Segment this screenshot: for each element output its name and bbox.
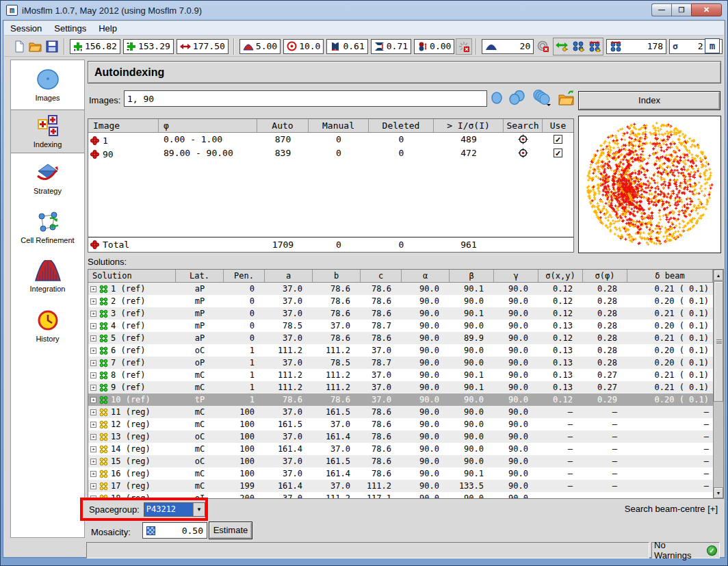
lattice-reg-icon	[99, 433, 108, 441]
menu-help[interactable]: Help	[92, 23, 123, 34]
solution-row[interactable]: + 10 (ref) tP 1 78.6 78.6 37.0 90.0 90.0…	[88, 394, 713, 406]
warnings-indicator[interactable]: No Warnings ✓	[651, 542, 720, 558]
titlebar[interactable]: m iMosflm 1.0.7, May 2012 (using Mosflm …	[1, 1, 727, 20]
scroll-up-icon[interactable]: ▲	[714, 270, 723, 281]
expand-icon[interactable]: +	[90, 446, 96, 452]
index-plot	[579, 116, 720, 253]
import-folder-icon[interactable]	[558, 90, 575, 106]
solution-row[interactable]: + 14 (reg) mC 100 161.4 37.0 78.6 90.0 9…	[88, 443, 713, 455]
solution-row[interactable]: + 1 (ref) aP 0 37.0 78.6 78.6 90.0 90.1 …	[88, 283, 713, 295]
history-icon	[36, 309, 60, 332]
fix-cell-button[interactable]	[570, 38, 586, 55]
beam-y-field[interactable]: 153.29	[123, 39, 174, 54]
expand-icon[interactable]: +	[90, 323, 96, 329]
menu-settings[interactable]: Settings	[48, 23, 92, 34]
estimate-button[interactable]: Estimate	[209, 522, 252, 539]
distance-field[interactable]: 177.50	[177, 39, 229, 54]
expand-icon[interactable]: +	[90, 385, 96, 391]
search-target-icon[interactable]	[518, 148, 528, 158]
expand-icon[interactable]: +	[90, 372, 96, 378]
expand-icon[interactable]: +	[90, 409, 96, 415]
index-button[interactable]: Index	[578, 91, 720, 110]
image-row[interactable]: 1 0.00 - 1.00 870 0 0 489 ✓	[88, 133, 573, 146]
search-target-icon[interactable]	[518, 134, 528, 144]
solution-row[interactable]: + 6 (ref) oC 1 111.2 111.2 37.0 90.0 90.…	[88, 344, 713, 357]
expand-icon[interactable]: +	[90, 459, 96, 465]
image-pair-icon[interactable]	[508, 90, 526, 105]
beam-search-field[interactable]: 10.0	[283, 39, 324, 54]
solution-row[interactable]: + 9 (ref) mC 1 111.2 111.2 37.0 90.0 90.…	[88, 381, 713, 394]
chevron-down-icon[interactable]: ▼	[193, 503, 205, 516]
index-plot-panel[interactable]	[578, 116, 721, 253]
search-beam-centre-link[interactable]: Search beam-centre [+]	[625, 504, 718, 514]
new-session-button[interactable]	[11, 38, 27, 55]
expand-icon[interactable]: +	[90, 335, 96, 342]
single-image-icon[interactable]	[491, 91, 503, 105]
sidebar-item-history[interactable]: History	[11, 301, 84, 350]
solution-row[interactable]: + 11 (reg) mC 100 37.0 161.5 78.6 90.0 9…	[88, 406, 713, 418]
spot-threshold-field[interactable]: 20	[482, 39, 534, 54]
solution-row[interactable]: + 12 (reg) mC 100 161.5 37.0 78.6 90.0 9…	[88, 418, 713, 430]
mosaic-block-field[interactable]: 5.00	[239, 39, 281, 54]
expand-icon[interactable]: +	[90, 348, 96, 354]
expand-icon[interactable]: +	[90, 471, 96, 477]
solution-row[interactable]: + 3 (ref) mP 0 37.0 78.6 78.6 90.0 90.1 …	[88, 307, 713, 320]
save-session-button[interactable]	[44, 38, 60, 55]
expand-icon[interactable]: +	[90, 286, 96, 292]
sidebar-item-images[interactable]: Images	[11, 60, 84, 110]
solution-row[interactable]: + 4 (ref) mP 0 78.5 37.0 78.7 90.0 90.0 …	[88, 320, 713, 332]
resolution-rings-off-button[interactable]	[535, 38, 551, 55]
backstop-field[interactable]: 0.61	[326, 39, 367, 54]
spacegroup-dropdown[interactable]: P43212 ▼	[144, 502, 205, 517]
beam-x-field[interactable]: 156.82	[70, 39, 120, 54]
sidebar-item-indexing[interactable]: Indexing	[11, 110, 84, 153]
image-stack-icon[interactable]	[532, 90, 552, 106]
offset-field[interactable]: 0.00	[414, 39, 454, 54]
minimize-button[interactable]: —	[651, 3, 671, 16]
open-session-button[interactable]	[27, 38, 44, 55]
solution-row[interactable]: + 5 (ref) aP 0 37.0 78.6 78.6 90.0 89.9 …	[88, 332, 713, 344]
client-area: Session Settings Help 156.82 153.29	[3, 20, 725, 558]
resolution-field[interactable]: 0.71	[371, 39, 411, 54]
image-row[interactable]: 90 89.00 - 90.00 839 0 0 472 ✓	[88, 146, 573, 160]
images-input[interactable]	[124, 90, 487, 107]
mosaicity-red-icon	[243, 42, 254, 51]
solution-row[interactable]: + 7 (ref) oP 1 37.0 78.5 78.7 90.0 90.0 …	[88, 357, 713, 369]
scroll-down-icon[interactable]: ▼	[714, 487, 723, 498]
expand-icon[interactable]: +	[90, 360, 96, 366]
close-button[interactable]: ✕	[691, 3, 722, 16]
backstop-icon	[330, 42, 341, 51]
solution-row[interactable]: + 17 (reg) mC 199 161.4 37.0 111.2 90.0 …	[88, 480, 713, 492]
toolbar-separator	[64, 38, 65, 55]
maximize-button[interactable]: ❐	[671, 3, 691, 16]
lattice-ref-icon	[99, 396, 108, 404]
refine-cell-button[interactable]	[586, 38, 603, 55]
solutions-scrollbar[interactable]: ▲ ▼	[713, 270, 723, 498]
solution-row[interactable]: + 2 (ref) mP 0 37.0 78.6 78.6 90.0 90.0 …	[88, 295, 713, 307]
checkbox-checked-icon[interactable]: ✓	[554, 149, 562, 157]
fix-distance-button[interactable]	[554, 38, 570, 55]
checkbox-checked-icon[interactable]: ✓	[554, 135, 562, 144]
expand-icon[interactable]: +	[90, 434, 96, 440]
sidebar-item-cell-refinement[interactable]: Cell Refinement	[11, 203, 84, 252]
solution-row[interactable]: + 13 (reg) oC 100 37.0 161.4 78.6 90.0 9…	[88, 430, 713, 443]
lattice-reg-icon	[99, 469, 108, 478]
sidebar-item-strategy[interactable]: Strategy	[11, 153, 84, 203]
sidebar-item-integration[interactable]: Integration	[11, 252, 84, 301]
lattice-reg-icon	[99, 482, 108, 491]
solution-row[interactable]: + 8 (ref) mC 1 111.2 111.2 37.0 90.0 90.…	[88, 369, 713, 381]
expand-icon[interactable]: +	[90, 298, 96, 305]
expand-icon[interactable]: +	[90, 397, 96, 403]
scrollbar-thumb[interactable]	[714, 281, 723, 402]
expand-icon[interactable]: +	[90, 483, 96, 489]
expand-icon[interactable]: +	[90, 422, 96, 428]
spot-overlay-disabled-button[interactable]	[456, 38, 472, 55]
mosflm-toolbar-logo[interactable]: m	[705, 38, 720, 53]
menu-session[interactable]: Session	[4, 23, 48, 34]
solution-row[interactable]: + 16 (reg) mC 100 37.0 161.4 78.6 90.0 9…	[88, 467, 713, 480]
mosaicity-field[interactable]: 0.50	[142, 522, 207, 539]
fix-distance-icon	[556, 41, 568, 51]
refined-spots-field[interactable]: 178	[606, 39, 666, 54]
expand-icon[interactable]: +	[90, 311, 96, 317]
solution-row[interactable]: + 15 (reg) oC 100 37.0 161.5 78.6 90.0 9…	[88, 455, 713, 467]
